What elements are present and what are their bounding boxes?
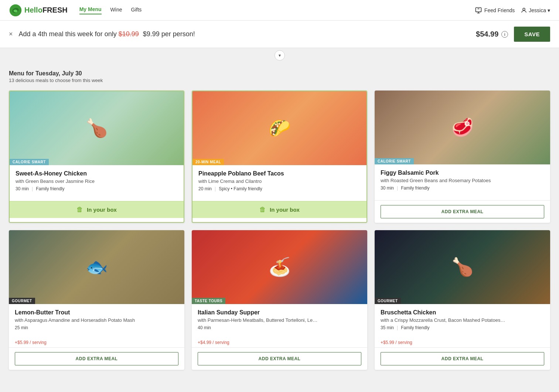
- meal-title-italian-supper: Italian Sunday Supper: [198, 309, 361, 316]
- meal-footer-lemon-trout: ADD EXTRA MEAL: [9, 347, 184, 370]
- svg-point-4: [523, 8, 525, 10]
- meal-body-sweet-honey-chicken: Sweet-As-Honey Chickenwith Green Beans o…: [10, 165, 184, 201]
- meal-emoji-lemon-trout: 🐟: [9, 230, 184, 304]
- feed-friends-button[interactable]: Feed Friends: [475, 7, 515, 14]
- meal-emoji-sweet-honey-chicken: 🍗: [10, 91, 184, 165]
- remove-meal-icon-sweet-honey-chicken[interactable]: 🗑: [76, 206, 83, 214]
- user-name: Jessica: [529, 7, 546, 13]
- in-box-label-sweet-honey-chicken: In your box: [87, 207, 117, 213]
- meal-meta-sweet-honey-chicken: 30 min|Family friendly: [16, 186, 178, 191]
- meta-separator-figgy-pork: |: [397, 185, 398, 191]
- meal-title-figgy-pork: Figgy Balsamic Pork: [381, 170, 544, 176]
- banner-old-price: $10.99: [119, 30, 139, 38]
- nav-my-menu[interactable]: My Menu: [79, 6, 102, 14]
- meal-image-pineapple-tacos: 🌮20-MIN MEAL: [192, 91, 367, 165]
- meal-card-bruschetta-chicken: 🍗GOURMETBruschetta Chickenwith a Crispy …: [375, 230, 550, 370]
- meal-image-lemon-trout: 🐟GOURMET: [9, 230, 184, 304]
- meal-time-lemon-trout: 25 min: [15, 325, 28, 330]
- meal-title-bruschetta-chicken: Bruschetta Chicken: [381, 309, 544, 316]
- meal-image-sweet-honey-chicken: 🍗CALORIE SMART: [10, 91, 184, 165]
- meal-body-italian-supper: Italian Sunday Supperwith Parmesan-Herb …: [192, 304, 367, 340]
- meta-separator-bruschetta-chicken: |: [397, 325, 398, 330]
- menu-header: Menu for Tuesday, July 30 13 delicious m…: [0, 63, 559, 86]
- meal-grid: 🍗CALORIE SMARTSweet-As-Honey Chickenwith…: [0, 86, 559, 379]
- meal-tags-bruschetta-chicken: Family friendly: [401, 325, 429, 330]
- info-icon[interactable]: i: [501, 31, 508, 38]
- meal-price-note-lemon-trout: +$5.99 / serving: [9, 340, 184, 345]
- meal-image-figgy-pork: 🥩CALORIE SMART: [375, 91, 550, 164]
- meal-subtitle-sweet-honey-chicken: with Green Beans over Jasmine Rice: [16, 178, 178, 184]
- meal-meta-pineapple-tacos: 20 min|Spicy • Family friendly: [198, 186, 361, 191]
- meal-tags-sweet-honey-chicken: Family friendly: [36, 186, 64, 191]
- add-extra-meal-button-bruschetta-chicken[interactable]: ADD EXTRA MEAL: [381, 352, 544, 365]
- add-extra-meal-button-figgy-pork[interactable]: ADD EXTRA MEAL: [381, 205, 544, 218]
- meal-emoji-figgy-pork: 🥩: [375, 91, 550, 164]
- meal-card-italian-supper: 🍝TASTE TOURSItalian Sunday Supperwith Pa…: [192, 230, 367, 370]
- user-menu[interactable]: Jessica ▾: [521, 7, 550, 14]
- banner-total-price: $54.99: [476, 30, 498, 38]
- meal-subtitle-italian-supper: with Parmesan-Herb Meatballs, Buttered T…: [198, 317, 361, 323]
- meal-body-bruschetta-chicken: Bruschetta Chickenwith a Crispy Mozzarel…: [375, 304, 550, 340]
- meal-card-sweet-honey-chicken: 🍗CALORIE SMARTSweet-As-Honey Chickenwith…: [9, 91, 184, 223]
- meal-meta-figgy-pork: 30 min|Family friendly: [381, 185, 544, 191]
- meal-body-lemon-trout: Lemon-Butter Troutwith Asparagus Amandin…: [9, 304, 184, 340]
- meal-meta-italian-supper: 40 min: [198, 325, 361, 330]
- logo-text: HelloFRESH: [24, 6, 68, 14]
- meal-badge-lemon-trout: GOURMET: [9, 298, 35, 304]
- meal-meta-lemon-trout: 25 min: [15, 325, 178, 330]
- meal-body-figgy-pork: Figgy Balsamic Porkwith Roasted Green Be…: [375, 164, 550, 200]
- add-extra-meal-button-italian-supper[interactable]: ADD EXTRA MEAL: [198, 352, 361, 365]
- meal-body-pineapple-tacos: Pineapple Poblano Beef Tacoswith Lime Cr…: [192, 165, 367, 201]
- meta-separator-pineapple-tacos: |: [215, 186, 216, 191]
- banner-close-button[interactable]: ×: [9, 30, 13, 38]
- meal-card-figgy-pork: 🥩CALORIE SMARTFiggy Balsamic Porkwith Ro…: [375, 91, 550, 223]
- meal-emoji-italian-supper: 🍝: [192, 230, 367, 304]
- meal-image-bruschetta-chicken: 🍗GOURMET: [375, 230, 550, 304]
- meal-image-italian-supper: 🍝TASTE TOURS: [192, 230, 367, 304]
- meal-subtitle-pineapple-tacos: with Lime Crema and Cilantro: [198, 178, 361, 184]
- meal-footer-figgy-pork: ADD EXTRA MEAL: [375, 200, 550, 223]
- meal-time-sweet-honey-chicken: 30 min: [16, 186, 29, 191]
- meal-badge-figgy-pork: CALORIE SMART: [375, 158, 414, 164]
- meal-time-figgy-pork: 30 min: [381, 185, 394, 191]
- collapse-chevron-icon[interactable]: ▾: [275, 50, 285, 61]
- meal-subtitle-bruschetta-chicken: with a Crispy Mozzarella Crust, Bacon Ma…: [381, 317, 544, 323]
- meal-emoji-pineapple-tacos: 🌮: [192, 91, 367, 165]
- banner-new-price: $9.99 per person!: [143, 30, 195, 38]
- upsell-banner: × Add a 4th meal this week for only $10.…: [0, 21, 559, 48]
- meal-badge-pineapple-tacos: 20-MIN MEAL: [192, 159, 224, 165]
- meal-badge-bruschetta-chicken: GOURMET: [375, 298, 401, 304]
- add-extra-meal-button-lemon-trout[interactable]: ADD EXTRA MEAL: [15, 352, 178, 365]
- meal-footer-inbox-sweet-honey-chicken: 🗑In your box: [10, 201, 184, 218]
- nav-gifts[interactable]: Gifts: [131, 7, 142, 14]
- banner-prefix: Add a 4th meal this week for only: [19, 30, 117, 38]
- meal-badge-sweet-honey-chicken: CALORIE SMART: [10, 159, 49, 165]
- svg-rect-3: [476, 7, 481, 12]
- meal-subtitle-lemon-trout: with Asparagus Amandine and Horseradish …: [15, 317, 178, 323]
- menu-title: Menu for Tuesday, July 30: [9, 70, 550, 77]
- save-button[interactable]: SAVE: [514, 27, 550, 42]
- meal-meta-bruschetta-chicken: 35 min|Family friendly: [381, 325, 544, 330]
- nav-wine[interactable]: Wine: [110, 7, 122, 14]
- nav-right: Feed Friends Jessica ▾: [475, 7, 550, 14]
- meal-subtitle-figgy-pork: with Roasted Green Beans and Rosemary Po…: [381, 178, 544, 183]
- meal-footer-inbox-pineapple-tacos: 🗑In your box: [192, 201, 367, 218]
- remove-meal-icon-pineapple-tacos[interactable]: 🗑: [259, 206, 266, 214]
- banner-total: $54.99 i: [476, 30, 508, 38]
- nav-links: My Menu Wine Gifts: [79, 6, 475, 14]
- in-box-label-pineapple-tacos: In your box: [270, 207, 300, 213]
- feed-friends-label: Feed Friends: [484, 7, 515, 13]
- meal-time-pineapple-tacos: 20 min: [198, 186, 212, 191]
- navigation: HelloFRESH My Menu Wine Gifts Feed Frien…: [0, 0, 559, 21]
- meta-separator-sweet-honey-chicken: |: [32, 186, 33, 191]
- meal-tags-pineapple-tacos: Spicy • Family friendly: [219, 186, 262, 191]
- meal-title-pineapple-tacos: Pineapple Poblano Beef Tacos: [198, 170, 361, 177]
- logo[interactable]: HelloFRESH: [9, 4, 68, 17]
- meal-title-lemon-trout: Lemon-Butter Trout: [15, 309, 178, 316]
- user-chevron-icon: ▾: [548, 7, 550, 13]
- banner-message: Add a 4th meal this week for only $10.99…: [19, 30, 476, 38]
- meal-emoji-bruschetta-chicken: 🍗: [375, 230, 550, 304]
- meal-price-note-bruschetta-chicken: +$5.99 / serving: [375, 340, 550, 345]
- meal-time-italian-supper: 40 min: [198, 325, 211, 330]
- meal-card-lemon-trout: 🐟GOURMETLemon-Butter Troutwith Asparagus…: [9, 230, 184, 370]
